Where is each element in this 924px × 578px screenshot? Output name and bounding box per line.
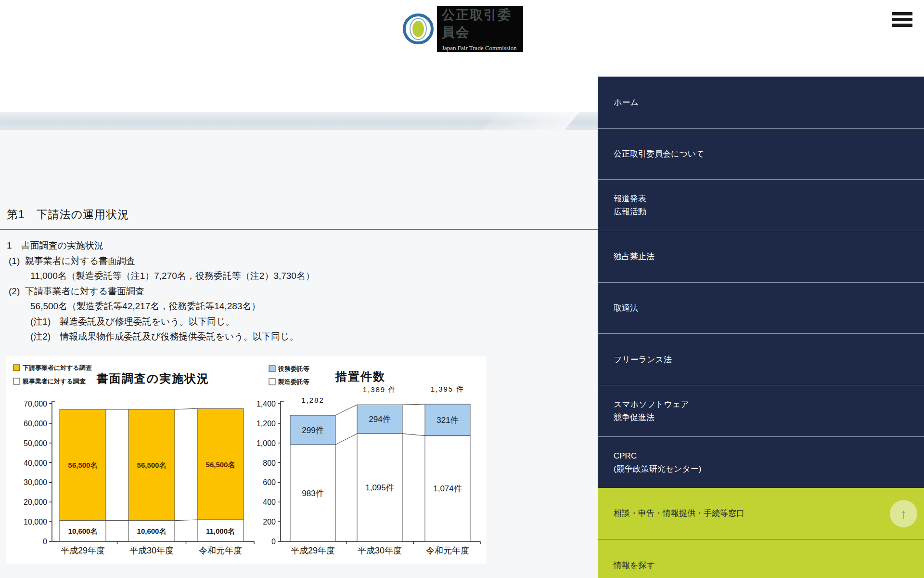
y-tick-label: 70,000: [24, 400, 47, 408]
legend-swatch: [13, 365, 20, 371]
chart-title: 措置件数: [335, 370, 385, 383]
sidebar-item-label: 報道発表: [614, 192, 924, 205]
category-label: 平成29年度: [291, 546, 335, 555]
category-label: 平成29年度: [61, 546, 105, 555]
category-label: 平成30年度: [358, 546, 402, 555]
series-line: [335, 405, 357, 415]
y-tick-label: 200: [263, 518, 276, 526]
bar-segment-label: 10,600名: [68, 527, 98, 535]
sidebar-item-antimonopoly-act[interactable]: 独占禁止法: [598, 231, 924, 282]
total-label: 1,395 件: [431, 385, 465, 393]
content-line: 56,500名（製造委託等42,217名，役務委託等14,283名）: [0, 299, 491, 314]
chart-panel: 010,00020,00030,00040,00050,00060,00070,…: [6, 356, 486, 564]
arrow-up-icon: ↑: [900, 507, 907, 521]
y-tick-label: 60,000: [24, 420, 47, 428]
y-tick-label: 30,000: [24, 478, 47, 486]
series-line: [402, 434, 425, 435]
sidebar-item-label: 独占禁止法: [614, 250, 924, 263]
sidebar-item-about[interactable]: 公正取引委員会について: [598, 128, 924, 180]
header-decorative-band: [0, 112, 598, 130]
sidebar-item-label: 情報を探す: [614, 559, 924, 572]
content-line: 11,000名（製造委託等（注1）7,270名，役務委託等（注2）3,730名）: [0, 268, 491, 284]
legend-label: 下請事業者に対する調査: [23, 364, 92, 371]
sidebar-menu: ホーム公正取引委員会について報道発表広報活動独占禁止法取適法フリーランス法スマホ…: [598, 77, 924, 578]
content-line: (2) 下請事業者に対する書面調査: [0, 284, 491, 299]
content-line: 1 書面調査の実施状況: [0, 238, 491, 253]
legend-swatch: [269, 366, 275, 372]
bar-segment-label: 1,074件: [433, 484, 462, 493]
y-tick-label: 0: [271, 538, 276, 546]
y-tick-label: 1,400: [257, 400, 276, 408]
series-line: [175, 520, 197, 521]
sidebar-item-label: フリーランス法: [614, 353, 924, 366]
bar-segment-label: 11,000名: [206, 527, 235, 535]
sidebar-item-label: 取適法: [614, 302, 924, 315]
legend-label: 製造委託等: [278, 378, 309, 385]
sidebar-item-cprc[interactable]: CPRC(競争政策研究センター): [598, 436, 924, 488]
page: 公正取引委員会 Japan Fair Trade Commission 第1 下…: [0, 0, 924, 578]
sidebar-item-label: ホーム: [614, 96, 924, 109]
sidebar-item-press[interactable]: 報道発表広報活動: [598, 179, 924, 231]
title-divider: [0, 229, 598, 230]
y-tick-label: 20,000: [24, 498, 47, 506]
sidebar-item-label: 公正取引委員会について: [614, 147, 924, 160]
series-line: [335, 434, 357, 445]
legend-label: 役務委託等: [278, 365, 309, 372]
sidebar-item-label: 競争促進法: [614, 411, 924, 424]
sidebar-item-subcontract-act[interactable]: 取適法: [598, 282, 924, 334]
bar-segment-label: 321件: [436, 416, 458, 425]
content-line: (注1) 製造委託及び修理委託をいう。以下同じ。: [0, 314, 491, 329]
content-line: (1) 親事業者に対する書面調査: [0, 253, 491, 269]
series-line: [175, 408, 197, 409]
logo-title-jp: 公正取引委員会: [442, 6, 523, 41]
emblem-circle-icon: [403, 13, 434, 44]
sidebar-item-label: 相談・申告・情報提供・手続等窓口: [614, 507, 924, 520]
bar-segment-label: 1,095件: [365, 483, 394, 492]
y-tick-label: 800: [263, 459, 276, 467]
series-line: [402, 404, 425, 405]
total-label: 1,282: [301, 396, 324, 404]
logo-title-en: Japan Fair Trade Commission: [442, 44, 523, 52]
sidebar-item-label: スマホソフトウェア: [614, 398, 924, 411]
total-label: 1,389 件: [363, 385, 397, 394]
sidebar-item-contact-windows[interactable]: 相談・申告・情報提供・手続等窓口: [598, 488, 924, 539]
content-line: (注2) 情報成果物作成委託及び役務提供委託をいう。以下同じ。: [0, 329, 491, 344]
sidebar-item-smartphone-software-act[interactable]: スマホソフトウェア競争促進法: [598, 385, 924, 436]
menu-hamburger-icon[interactable]: [892, 12, 912, 27]
y-tick-label: 1,000: [257, 439, 276, 447]
legend-swatch: [13, 378, 20, 384]
sidebar-item-label: 広報活動: [614, 205, 924, 218]
scroll-to-top-button[interactable]: ↑: [890, 500, 917, 527]
charts-svg: 010,00020,00030,00040,00050,00060,00070,…: [6, 356, 486, 564]
bar-segment-label: 299件: [302, 426, 323, 435]
bar-segment-label: 56,500名: [68, 461, 98, 469]
legend-label: 親事業者に対する調査: [22, 378, 86, 385]
bar-segment-label: 10,600名: [137, 527, 167, 535]
y-tick-label: 1,200: [257, 420, 276, 428]
legend-swatch: [269, 379, 275, 385]
y-tick-label: 50,000: [24, 439, 47, 447]
y-tick-label: 40,000: [24, 459, 47, 467]
category-label: 令和元年度: [199, 546, 242, 555]
page-title: 第1 下請法の運用状況: [7, 207, 129, 222]
bar-segment-label: 56,500名: [137, 461, 167, 469]
sidebar-item-freelance-act[interactable]: フリーランス法: [598, 333, 924, 385]
category-label: 平成30年度: [129, 546, 174, 555]
y-tick-label: 400: [263, 498, 276, 506]
y-tick-label: 0: [43, 538, 47, 546]
bar-segment-label: 294件: [369, 415, 390, 424]
chart-title: 書面調査の実施状況: [97, 372, 210, 385]
y-tick-label: 10,000: [24, 518, 47, 526]
y-tick-label: 600: [263, 478, 276, 486]
band-sheen: [479, 112, 581, 130]
bar-segment-label: 56,500名: [206, 460, 235, 469]
bar-segment-label: 983件: [302, 489, 323, 498]
jftc-emblem-icon: [399, 6, 437, 52]
jftc-logo[interactable]: 公正取引委員会 Japan Fair Trade Commission: [399, 6, 523, 52]
sidebar-item-home[interactable]: ホーム: [598, 77, 924, 128]
category-label: 令和元年度: [426, 546, 469, 555]
sidebar-item-label: CPRC: [614, 449, 924, 462]
sidebar-item-find-info[interactable]: 情報を探す: [598, 539, 924, 578]
sidebar-item-label: (競争政策研究センター): [614, 462, 924, 475]
logo-text: 公正取引委員会 Japan Fair Trade Commission: [437, 6, 523, 52]
